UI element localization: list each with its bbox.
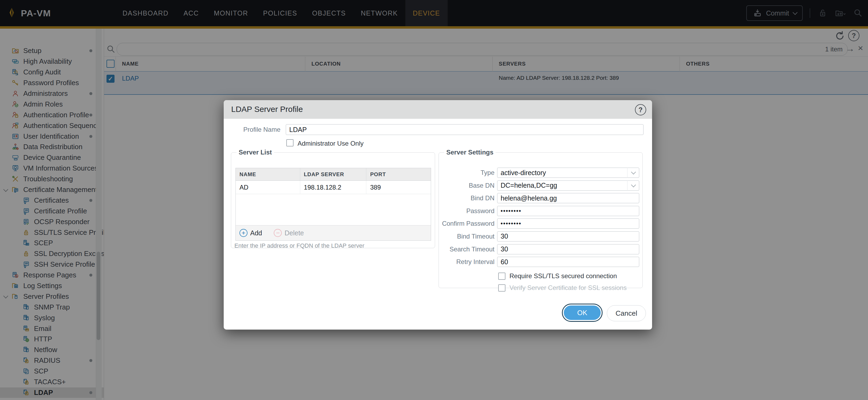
field-input[interactable]: •••••••• xyxy=(497,219,639,229)
server-settings-checkboxes: Require SSL/TLS secured connection Verif… xyxy=(498,272,627,295)
dialog-help-glyph: ? xyxy=(639,106,643,114)
server-list-table: NAME LDAP SERVER PORT AD 198.18.128.2 38… xyxy=(236,168,431,241)
server-list-footer: + Add − Delete xyxy=(236,225,431,240)
dropdown-toggle[interactable] xyxy=(627,168,639,178)
field-value: 60 xyxy=(501,258,508,266)
field-value: 30 xyxy=(501,245,508,253)
ok-button-focus-ring: OK xyxy=(562,304,602,322)
server-settings-fields: Type active-directory Base DN DC=helena,… xyxy=(441,168,639,269)
add-label: Add xyxy=(250,229,262,237)
profile-name-input[interactable]: LDAP xyxy=(286,124,644,135)
server-address-cell[interactable]: 198.18.128.2 xyxy=(300,181,367,194)
settings-checkbox-row: Require SSL/TLS secured connection xyxy=(498,272,627,281)
pa-vm-app: PA-VM DASHBOARD ACC MONITOR POLICIES OBJ… xyxy=(0,0,868,400)
field-input[interactable]: •••••••• xyxy=(497,206,639,216)
delete-icon: − xyxy=(274,229,282,237)
server-list-empty-area xyxy=(236,194,431,225)
field-value: helena@helena.gg xyxy=(501,194,557,202)
field-label: Retry Interval xyxy=(441,257,494,267)
settings-checkbox-label: Verify Server Certificate for SSL sessio… xyxy=(509,284,627,291)
profile-name-value: LDAP xyxy=(289,126,307,134)
settings-field-row: Type active-directory xyxy=(441,168,639,178)
ldap-server-profile-dialog: LDAP Server Profile ? Profile Name LDAP … xyxy=(224,100,652,330)
ok-button[interactable]: OK xyxy=(564,306,601,320)
server-list-col-name: NAME xyxy=(236,168,300,180)
dialog-title: LDAP Server Profile xyxy=(231,105,303,114)
settings-field-row: Bind DN helena@helena.gg xyxy=(441,193,639,203)
delete-server-button[interactable]: − Delete xyxy=(274,229,304,237)
settings-checkbox[interactable] xyxy=(498,273,505,280)
field-input[interactable]: 60 xyxy=(497,257,639,267)
chevron-down-icon xyxy=(631,182,636,187)
server-settings-legend: Server Settings xyxy=(444,149,496,156)
settings-checkbox-row: Verify Server Certificate for SSL sessio… xyxy=(498,283,627,292)
field-label: Type xyxy=(441,168,494,178)
field-label: Password xyxy=(441,206,494,216)
settings-field-row: Search Timeout 30 xyxy=(441,244,639,254)
server-list-col-server: LDAP SERVER xyxy=(300,168,367,180)
server-list-legend: Server List xyxy=(237,149,274,156)
server-list-group: Server List NAME LDAP SERVER PORT AD 198… xyxy=(231,149,435,248)
server-settings-group: Server Settings Type active-directory Ba… xyxy=(438,149,643,288)
settings-field-row: Base DN DC=helena,DC=gg xyxy=(441,180,639,191)
field-value: active-directory xyxy=(501,169,546,177)
field-value: •••••••• xyxy=(501,220,522,227)
chevron-down-icon xyxy=(631,170,636,174)
admin-use-only-checkbox[interactable] xyxy=(286,139,293,146)
profile-name-label: Profile Name xyxy=(224,126,280,133)
settings-field-row: Confirm Password •••••••• xyxy=(441,219,639,229)
field-input[interactable]: helena@helena.gg xyxy=(497,193,639,203)
server-list-row[interactable]: AD 198.18.128.2 389 xyxy=(236,181,431,194)
add-icon: + xyxy=(240,229,248,237)
settings-field-row: Retry Interval 60 xyxy=(441,257,639,267)
field-value: •••••••• xyxy=(501,207,522,215)
field-value: 30 xyxy=(501,232,508,240)
field-input[interactable]: 30 xyxy=(497,244,639,254)
field-input[interactable]: 30 xyxy=(497,231,639,241)
field-label: Bind DN xyxy=(441,193,494,203)
field-value: DC=helena,DC=gg xyxy=(501,181,557,189)
field-input[interactable]: active-directory xyxy=(497,168,639,178)
cancel-button[interactable]: Cancel xyxy=(607,305,646,321)
server-port-cell[interactable]: 389 xyxy=(366,181,431,194)
settings-checkbox[interactable] xyxy=(498,284,505,291)
settings-field-row: Bind Timeout 30 xyxy=(441,231,639,241)
admin-use-only-label: Administrator Use Only xyxy=(298,140,364,147)
dialog-help-icon[interactable]: ? xyxy=(635,104,646,115)
server-name-cell[interactable]: AD xyxy=(236,181,300,194)
settings-checkbox-label: Require SSL/TLS secured connection xyxy=(509,272,617,280)
settings-field-row: Password •••••••• xyxy=(441,206,639,216)
field-label: Confirm Password xyxy=(441,219,494,229)
field-label: Search Timeout xyxy=(441,244,494,254)
add-server-button[interactable]: + Add xyxy=(240,229,262,237)
server-list-header: NAME LDAP SERVER PORT xyxy=(236,168,431,181)
server-list-col-port: PORT xyxy=(366,168,431,180)
field-label: Bind Timeout xyxy=(441,231,494,241)
field-label: Base DN xyxy=(441,180,494,191)
server-list-hint: Enter the IP address or FQDN of the LDAP… xyxy=(235,242,365,249)
delete-label: Delete xyxy=(284,229,304,237)
dialog-header: LDAP Server Profile ? xyxy=(224,100,652,119)
dropdown-toggle[interactable] xyxy=(627,180,639,191)
field-input[interactable]: DC=helena,DC=gg xyxy=(497,180,639,191)
